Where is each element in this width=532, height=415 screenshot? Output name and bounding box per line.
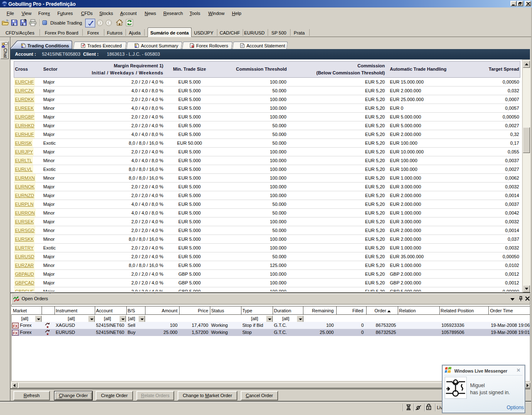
svg-text:FX: FX (13, 331, 18, 335)
svg-text:FX: FX (13, 324, 18, 328)
